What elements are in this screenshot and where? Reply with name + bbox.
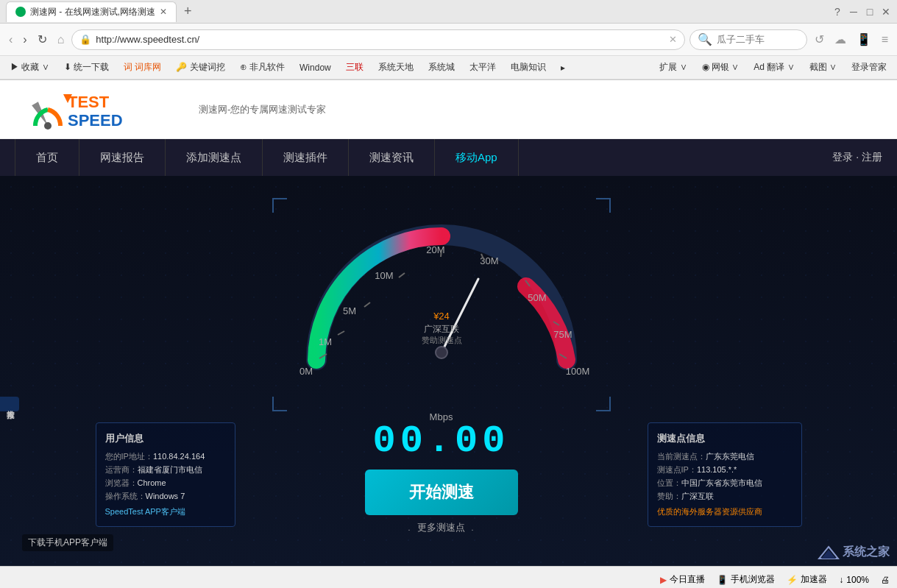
bookmark-software[interactable]: ⊕ 非凡软件 <box>235 60 289 75</box>
bookmark-translate[interactable]: Ad 翻译 ∨ <box>749 60 798 75</box>
refresh-small-icon[interactable]: ✕ <box>669 34 677 45</box>
bookmark-xitongcheng[interactable]: 系统城 <box>424 60 459 75</box>
node-special-text: 优质的海外服务器资源供应商 <box>657 506 793 517</box>
back-button[interactable]: ‹ <box>6 30 15 49</box>
mobile-browser-icon: 📱 <box>717 575 728 585</box>
more-nodes-link[interactable]: ﹒ 更多测速点 ﹒ <box>405 521 477 534</box>
user-info-panel: 用户信息 您的IP地址：110.84.24.164 运营商：福建省厦门市电信 浏… <box>96 191 235 534</box>
speed-value: 00.00 <box>372 422 509 461</box>
taskbar-speed[interactable]: ⚡ 加速器 <box>787 573 827 586</box>
zoom-level: 100% <box>846 575 869 585</box>
bookmark-download[interactable]: ⬇ 统一下载 <box>60 60 113 75</box>
taskbar-zoom: ↓ 100% <box>839 575 869 585</box>
svg-line-17 <box>399 273 405 277</box>
bookmark-keyword[interactable]: 🔑 关键词挖 <box>171 60 229 75</box>
search-icon: 🔍 <box>698 32 712 46</box>
site-logo: TEST SPEED <box>29 85 177 133</box>
corner-tr <box>596 198 611 213</box>
bookmark-dict[interactable]: 词 词库网 <box>119 60 166 75</box>
watermark-icon <box>818 545 840 560</box>
forward-button[interactable]: › <box>20 30 29 49</box>
title-bar: 测速网 - 在线网速测试,网络测速 ✕ + ? ─ □ ✕ <box>0 0 897 24</box>
home-button[interactable]: ⌂ <box>54 30 68 49</box>
start-speed-test-button[interactable]: 开始测速 <box>365 470 518 515</box>
maximize-button[interactable]: □ <box>865 7 875 17</box>
browser-row: 浏览器：Chrome <box>105 478 226 489</box>
bookmark-yinxing[interactable]: ◉ 网银 ∨ <box>698 60 744 75</box>
gauge-center: 0M 1M 5M 10M 20M 30M 50M <box>247 191 636 534</box>
app-client-link[interactable]: SpeedTest APP客户端 <box>105 506 226 517</box>
active-tab[interactable]: 测速网 - 在线网速测试,网络测速 ✕ <box>6 1 177 22</box>
isp-row: 运营商：福建省厦门市电信 <box>105 464 226 475</box>
nav-item-report[interactable]: 网速报告 <box>79 139 166 176</box>
search-input[interactable] <box>717 34 790 45</box>
help-icon[interactable]: ? <box>832 7 843 17</box>
bookmarks-bar: ▶ 收藏 ∨ ⬇ 统一下载 词 词库网 🔑 关键词挖 ⊕ 非凡软件 Window… <box>0 56 897 79</box>
bookmark-screenshot[interactable]: 截图 ∨ <box>805 60 841 75</box>
svg-text:5M: 5M <box>342 305 355 316</box>
bookmark-window[interactable]: Window <box>295 61 336 74</box>
site-header: TEST SPEED 测速网-您的专属网速测试专家 <box>0 80 897 139</box>
minimize-button[interactable]: ─ <box>848 7 859 17</box>
taskbar-mobile[interactable]: 📱 手机浏览器 <box>717 573 775 586</box>
bookmark-favorites[interactable]: ▶ 收藏 ∨ <box>6 60 54 75</box>
bookmark-more[interactable]: ▸ <box>556 61 570 74</box>
corner-br <box>596 397 611 411</box>
svg-text:赞助测速点: 赞助测速点 <box>421 336 461 344</box>
taskbar-print[interactable]: 🖨 <box>881 575 890 585</box>
nav-item-home[interactable]: 首页 <box>15 139 79 176</box>
svg-text:75M: 75M <box>553 329 572 340</box>
nav-bar: ‹ › ↻ ⌂ 🔒 http://www.speedtest.cn/ ✕ 🔍 ↺… <box>0 24 897 56</box>
svg-text:¥24: ¥24 <box>433 311 450 322</box>
taskbar-live[interactable]: ▶ 今日直播 <box>660 573 705 586</box>
main-content: 用户信息 您的IP地址：110.84.24.164 运营商：福建省厦门市电信 浏… <box>0 176 897 566</box>
speed-label: 加速器 <box>801 573 827 586</box>
tab-favicon <box>15 7 26 17</box>
close-button[interactable]: ✕ <box>881 7 891 17</box>
bookmark-extension[interactable]: 扩展 ∨ <box>655 60 691 75</box>
speed-display: Mbps 00.00 <box>372 411 509 461</box>
live-icon: ▶ <box>660 575 667 585</box>
svg-text:TEST: TEST <box>68 93 110 111</box>
user-info-title: 用户信息 <box>105 432 226 445</box>
tab-title: 测速网 - 在线网速测试,网络测速 <box>30 6 155 18</box>
bookmark-sanlian[interactable]: 三联 <box>341 60 368 75</box>
undo-button[interactable]: ↺ <box>812 29 827 49</box>
svg-text:50M: 50M <box>528 292 546 303</box>
cloud-icon[interactable]: ☁ <box>832 29 849 49</box>
logo-tagline: 测速网-您的专属网速测试专家 <box>199 103 326 116</box>
url-display: http://www.speedtest.cn/ <box>96 34 664 45</box>
os-row: 操作系统：Windows 7 <box>105 491 226 502</box>
nav-item-plugin[interactable]: 测速插件 <box>263 139 349 176</box>
nav-item-news[interactable]: 测速资讯 <box>349 139 435 176</box>
svg-text:SPEED: SPEED <box>68 111 123 130</box>
mobile-browser-label: 手机浏览器 <box>731 573 775 586</box>
svg-line-18 <box>441 249 442 257</box>
speedometer-svg: 0M 1M 5M 10M 20M 30M 50M <box>265 191 618 397</box>
ip-row: 您的IP地址：110.84.24.164 <box>105 451 226 462</box>
speed-icon: ⚡ <box>787 575 798 585</box>
address-bar[interactable]: 🔒 http://www.speedtest.cn/ ✕ <box>71 29 684 50</box>
search-bar[interactable]: 🔍 <box>689 29 807 50</box>
bookmark-diannao[interactable]: 电脑知识 <box>506 60 550 75</box>
download-arrow-icon: ↓ <box>839 575 843 585</box>
nav-item-app[interactable]: 移动App <box>435 139 519 176</box>
node-location-row: 位置：中国广东省东莞市电信 <box>657 478 793 489</box>
taskbar: ▶ 今日直播 📱 手机浏览器 ⚡ 加速器 ↓ 100% 🖨 <box>0 566 897 588</box>
node-info-title: 测速点信息 <box>657 432 793 445</box>
mobile-icon[interactable]: 📱 <box>854 29 874 49</box>
logo-area: TEST SPEED 测速网-您的专属网速测试专家 <box>29 85 326 133</box>
svg-line-16 <box>364 302 370 307</box>
bookmark-login[interactable]: 登录管家 <box>847 60 891 75</box>
refresh-button[interactable]: ↻ <box>35 29 50 49</box>
tab-close-icon[interactable]: ✕ <box>160 7 167 17</box>
bookmark-taipingyang[interactable]: 太平洋 <box>465 60 500 75</box>
new-tab-button[interactable]: + <box>180 4 196 19</box>
nav-login[interactable]: 登录 · 注册 <box>832 151 882 164</box>
svg-text:10M: 10M <box>375 270 393 281</box>
nav-item-add[interactable]: 添加测速点 <box>166 139 263 176</box>
bookmark-systiandi[interactable]: 系统天地 <box>374 60 418 75</box>
menu-button[interactable]: ≡ <box>879 30 891 49</box>
side-search-panel[interactable]: 搜索推荐 <box>0 397 19 411</box>
watermark: 系统之家 <box>818 545 890 560</box>
